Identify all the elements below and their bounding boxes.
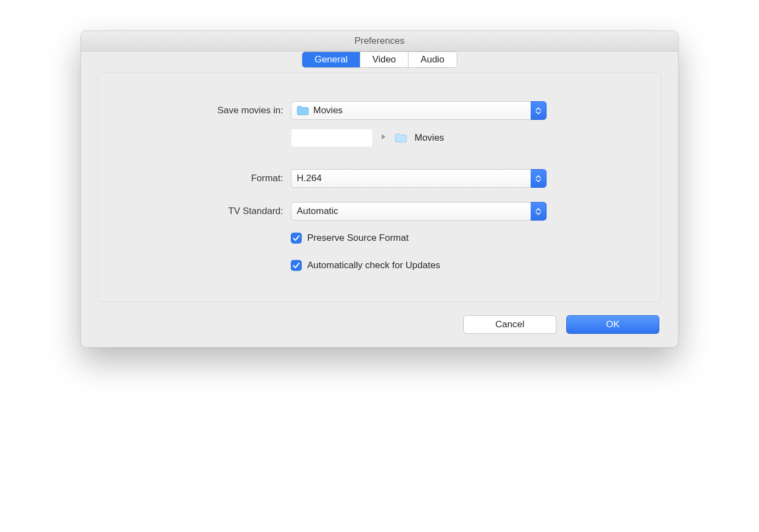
ok-button[interactable]: OK bbox=[566, 315, 659, 334]
format-value: H.264 bbox=[297, 173, 321, 184]
checkmark-icon bbox=[292, 262, 300, 269]
save-location-select[interactable]: Movies bbox=[291, 101, 547, 120]
tab-audio[interactable]: Audio bbox=[409, 52, 456, 67]
tab-general[interactable]: General bbox=[302, 52, 360, 67]
save-location-value: Movies bbox=[313, 105, 343, 116]
tab-bar: General Video Audio bbox=[302, 51, 457, 68]
save-location-label: Save movies in: bbox=[124, 105, 291, 116]
auto-update-label: Automatically check for Updates bbox=[307, 260, 440, 271]
preserve-source-label: Preserve Source Format bbox=[307, 233, 409, 244]
preserve-source-checkbox[interactable] bbox=[291, 233, 302, 244]
popup-arrows-icon bbox=[531, 202, 547, 221]
tv-standard-value: Automatic bbox=[297, 206, 338, 217]
format-select[interactable]: H.264 bbox=[291, 169, 547, 188]
general-panel: Save movies in: Movies bbox=[97, 72, 662, 302]
tv-standard-select[interactable]: Automatic bbox=[291, 202, 547, 221]
save-location-pathbar: Movies bbox=[291, 129, 635, 147]
format-label: Format: bbox=[124, 173, 291, 184]
dialog-footer: Cancel OK bbox=[97, 302, 662, 334]
popup-arrows-icon bbox=[531, 169, 547, 188]
tab-video[interactable]: Video bbox=[360, 52, 409, 67]
popup-arrows-icon bbox=[531, 101, 547, 120]
auto-update-checkbox[interactable] bbox=[291, 260, 302, 271]
preferences-window: Preferences General Video Audio Save mov… bbox=[81, 31, 679, 348]
path-movies-segment[interactable]: Movies bbox=[395, 132, 444, 143]
window-title: Preferences bbox=[354, 36, 405, 47]
chevron-right-icon bbox=[381, 133, 387, 143]
checkmark-icon bbox=[292, 234, 300, 242]
tv-standard-label: TV Standard: bbox=[124, 206, 291, 217]
folder-icon bbox=[395, 133, 407, 143]
folder-icon bbox=[297, 106, 309, 115]
titlebar: Preferences bbox=[81, 31, 678, 51]
cancel-button[interactable]: Cancel bbox=[463, 315, 556, 334]
preserve-source-checkbox-row: Preserve Source Format bbox=[291, 233, 635, 244]
path-movies-label: Movies bbox=[415, 132, 444, 143]
path-root-segment[interactable] bbox=[291, 129, 373, 147]
auto-update-checkbox-row: Automatically check for Updates bbox=[291, 260, 635, 271]
